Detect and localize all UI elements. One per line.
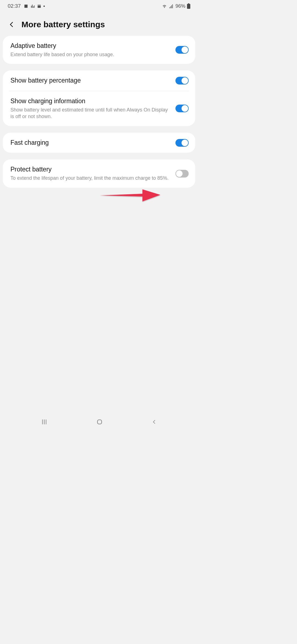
status-bar: 02:37 96% bbox=[0, 0, 198, 12]
setting-text: Show charging information Show battery l… bbox=[10, 97, 171, 120]
signal-icon bbox=[169, 4, 174, 8]
battery-icon bbox=[187, 3, 190, 9]
back-icon[interactable] bbox=[8, 21, 15, 28]
settings-group: Adaptive battery Extend battery life bas… bbox=[3, 36, 195, 64]
setting-subtitle: To extend the lifespan of your battery, … bbox=[10, 175, 171, 181]
settings-group: Protect battery To extend the lifespan o… bbox=[3, 159, 195, 187]
page-header: More battery settings bbox=[0, 12, 198, 36]
battery-percentage: 96% bbox=[175, 3, 185, 9]
status-right: 96% bbox=[162, 3, 190, 9]
calendar-icon bbox=[37, 4, 42, 9]
status-time: 02:37 bbox=[8, 3, 21, 9]
toggle-show-battery-percentage[interactable] bbox=[175, 77, 189, 84]
settings-group: Show battery percentage Show charging in… bbox=[3, 70, 195, 126]
setting-title: Adaptive battery bbox=[10, 42, 171, 50]
more-dot-icon bbox=[43, 6, 45, 7]
setting-title: Protect battery bbox=[10, 165, 171, 174]
annotation-arrow-icon bbox=[98, 187, 162, 203]
page-title: More battery settings bbox=[21, 20, 105, 29]
nav-recents-icon[interactable] bbox=[41, 418, 48, 425]
setting-text: Adaptive battery Extend battery life bas… bbox=[10, 42, 171, 58]
svg-rect-0 bbox=[97, 420, 101, 424]
nav-home-icon[interactable] bbox=[96, 418, 103, 425]
toggle-adaptive-battery[interactable] bbox=[175, 46, 189, 54]
nav-back-icon[interactable] bbox=[151, 419, 157, 425]
setting-title: Fast charging bbox=[10, 139, 171, 147]
setting-title: Show charging information bbox=[10, 97, 171, 105]
setting-protect-battery[interactable]: Protect battery To extend the lifespan o… bbox=[3, 159, 195, 187]
image-icon bbox=[24, 4, 28, 9]
setting-text: Fast charging bbox=[10, 139, 171, 147]
toggle-show-charging-information[interactable] bbox=[175, 105, 189, 112]
setting-text: Show battery percentage bbox=[10, 77, 171, 85]
setting-subtitle: Show battery level and estimated time un… bbox=[10, 107, 171, 120]
setting-subtitle: Extend battery life based on your phone … bbox=[10, 51, 171, 58]
setting-text: Protect battery To extend the lifespan o… bbox=[10, 165, 171, 181]
setting-show-charging-information[interactable]: Show charging information Show battery l… bbox=[3, 91, 195, 126]
settings-group: Fast charging bbox=[3, 133, 195, 153]
wifi-icon bbox=[162, 4, 167, 8]
setting-adaptive-battery[interactable]: Adaptive battery Extend battery life bas… bbox=[3, 36, 195, 64]
chart-icon bbox=[30, 4, 35, 9]
setting-fast-charging[interactable]: Fast charging bbox=[3, 133, 195, 153]
setting-show-battery-percentage[interactable]: Show battery percentage bbox=[3, 70, 195, 91]
setting-title: Show battery percentage bbox=[10, 77, 171, 85]
status-left: 02:37 bbox=[8, 3, 45, 9]
toggle-fast-charging[interactable] bbox=[175, 139, 189, 147]
navigation-bar bbox=[0, 414, 198, 429]
toggle-protect-battery[interactable] bbox=[175, 170, 189, 178]
status-icons-left bbox=[24, 4, 45, 9]
